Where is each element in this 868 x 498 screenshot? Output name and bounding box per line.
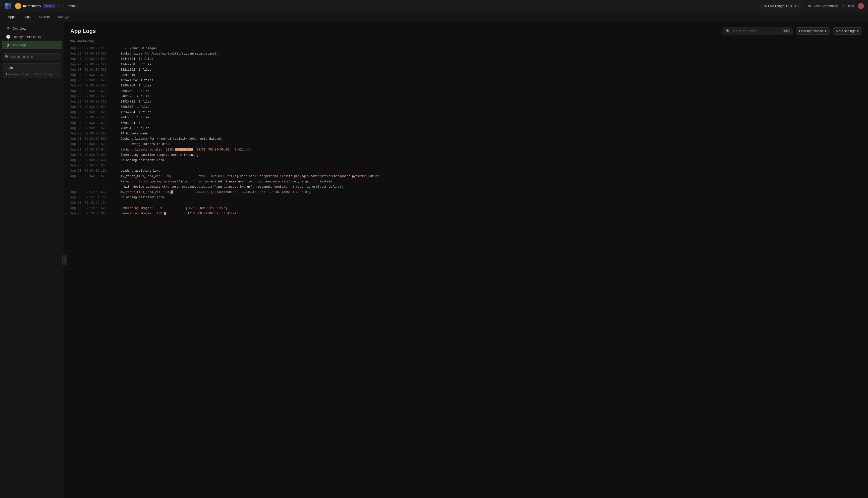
log-line: Aug 23 02:03:09.520768x640: 1 files xyxy=(64,126,868,131)
user-chevron-icon[interactable]: ▾ xyxy=(57,4,59,7)
more-settings-button[interactable]: More settings ▾ xyxy=(832,27,862,35)
log-text: Bucket sizes for /root/ai-toolkit/rayban… xyxy=(121,52,862,56)
branch-chevron-icon: ▾ xyxy=(76,4,78,7)
containers-text: Containers: 1 live xyxy=(8,73,30,76)
log-line: Aug 23 02:03:09.520832x1152: 1 files xyxy=(64,67,868,73)
log-text: 832x1216: 2 files xyxy=(121,73,862,78)
log-line: Aug 23 02:03:09.518 - Found 38 images xyxy=(64,46,868,51)
log-text: 1280x768: 1 files xyxy=(121,83,862,88)
svg-rect-3 xyxy=(8,6,11,9)
log-line: Aug 23 02:04:06.105Loading assistant lor… xyxy=(64,168,868,174)
sidebar-item-app-logs[interactable]: ⚡ App Logs xyxy=(2,41,62,49)
log-line: Aug 23 02:03:20.937Generating baseline s… xyxy=(64,153,868,158)
user-icon[interactable]: 👤 xyxy=(858,3,864,9)
docs-link[interactable]: ☰ Docs xyxy=(842,4,854,8)
log-text: 14 buckets made xyxy=(121,131,862,136)
function-card: main Containers: 1 live Calls: 1 running xyxy=(3,63,61,78)
log-timestamp: Aug 23 02:12:54.114 xyxy=(70,195,121,200)
username[interactable]: martintomov xyxy=(23,4,41,8)
log-timestamp: Aug 23 02:03:09.518 xyxy=(70,46,121,51)
log-text: 576x1024: 1 files xyxy=(121,121,862,126)
live-dot xyxy=(764,5,766,7)
avatar: 🐱 xyxy=(15,3,21,9)
svg-rect-2 xyxy=(5,6,8,9)
log-text: Warning: `torch.cpu.amp.autocast(args...… xyxy=(121,180,862,184)
log-content[interactable]: Aug 23 02:03:09.518 - Found 38 imagesAug… xyxy=(64,45,868,498)
log-line: Aug 23 02:03:21.437Unloading assistant l… xyxy=(64,158,868,163)
log-search-icon: 🔍 xyxy=(726,29,730,33)
log-text: 640x896: 4 files xyxy=(121,94,862,99)
log-timestamp: Aug 23 02:03:09.520 xyxy=(70,62,121,67)
log-line: Aug 23 02:03:09.520640x896: 4 files xyxy=(64,94,868,99)
log-text: Generating baseline samples before train… xyxy=(121,153,862,158)
log-timestamp: Aug 23 02:04:06.105 xyxy=(70,169,121,173)
nav-separator: / xyxy=(63,4,64,8)
function-divider xyxy=(6,71,58,71)
log-text: 704x768: 1 files xyxy=(121,115,862,120)
log-search-input[interactable] xyxy=(732,29,780,33)
log-text: - Saving latents to disk xyxy=(121,142,862,147)
log-timestamp: Aug 23 02:03:09.520 xyxy=(70,57,121,62)
secondary-nav: Apps Logs Secrets Storage xyxy=(0,12,868,22)
filter-label: Filter by function xyxy=(799,29,823,33)
log-line: Aug 23 02:03:17.945Caching latents to di… xyxy=(64,147,868,153)
log-text: 1152x832: 1 files xyxy=(121,100,862,104)
live-status-dot xyxy=(6,74,7,75)
log-timestamp: Aug 23 02:03:09.520 xyxy=(70,73,121,78)
log-timestamp: Aug 23 02:03:09.520 xyxy=(70,52,121,56)
main-content: App Logs 🔍 ⌘K Filter by function ▾ More … xyxy=(64,22,868,498)
log-line: Aug 23 02:04:08.876my_first_flux_lora_v1… xyxy=(64,174,868,179)
sidebar-search: 🔍 xyxy=(3,53,61,60)
live-usage[interactable]: Live Usage: $18.31 ▾ xyxy=(761,3,802,9)
log-search-bar[interactable]: 🔍 ⌘K xyxy=(723,27,793,35)
sidebar-nav: ◎ Overview 🕐 Deployment History ⚡ App Lo… xyxy=(0,22,64,51)
log-text: 832x1152: 1 files xyxy=(121,68,862,73)
sidebar-collapse-button[interactable]: ‹ xyxy=(62,255,67,265)
sidebar-item-overview[interactable]: ◎ Overview xyxy=(2,24,62,32)
log-text: my_first_flux_lora_v1: 0%| | 0/2000 [00:… xyxy=(121,174,862,179)
log-line: Aug 23 02:03:09.520832x1216: 2 files xyxy=(64,73,868,78)
branch-selector[interactable]: main ▾ xyxy=(68,4,77,8)
log-title-section: App Logs xyxy=(70,28,96,35)
log-text: - Found 38 images xyxy=(121,46,862,51)
top-nav: 🐱 martintomov Starter ▾ / main ▾ Live Us… xyxy=(0,0,868,12)
log-text: 896x512: 1 files xyxy=(121,105,862,109)
log-line: Aug 23 02:03:09.520Caching latents for /… xyxy=(64,136,868,142)
log-timestamp: Aug 23 02:03:09.520 xyxy=(70,137,121,142)
log-timestamp: Aug 23 02:03:09.520 xyxy=(70,78,121,83)
log-timestamp: Aug 23 02:03:09.520 xyxy=(70,121,121,126)
log-text: 1216x704: 1 files xyxy=(121,110,862,115)
log-timestamp: Aug 23 02:03:09.520 xyxy=(70,68,121,73)
main-layout: ◎ Overview 🕐 Deployment History ⚡ App Lo… xyxy=(0,22,868,498)
tab-storage[interactable]: Storage xyxy=(54,12,74,22)
function-name[interactable]: main xyxy=(6,66,58,69)
search-shortcut: ⌘K xyxy=(782,29,789,33)
tab-logs[interactable]: Logs xyxy=(19,12,35,22)
slack-community-link[interactable]: ⊞ Slack Community xyxy=(808,4,838,8)
sidebar-item-deployment-history[interactable]: 🕐 Deployment History xyxy=(2,32,62,41)
svg-rect-0 xyxy=(5,3,8,6)
app-logo[interactable] xyxy=(4,2,12,10)
log-text: Unloading assistant lora xyxy=(121,158,862,163)
log-line: Aug 23 02:03:09.5201216x704: 1 files xyxy=(64,110,868,115)
live-usage-text: Live Usage: $18.31 xyxy=(768,4,796,8)
log-text: my_first_flux_lora_v1: 12%|█ | 249/2000 … xyxy=(121,190,862,195)
calls-text: Calls: 1 running xyxy=(33,73,52,76)
content-wrapper: ◎ Overview 🕐 Deployment History ⚡ App Lo… xyxy=(0,22,868,498)
tab-secrets[interactable]: Secrets xyxy=(35,12,54,22)
log-timestamp: Aug 23 02:03:09.520 xyxy=(70,94,121,99)
log-line: Aug 23 02:12:55.164 xyxy=(64,200,868,206)
filter-by-function-button[interactable]: Filter by function ▾ xyxy=(796,27,830,35)
log-line: with device_autocast_ctx, torch.cpu.amp.… xyxy=(64,184,868,190)
settings-chevron-icon: ▾ xyxy=(857,29,859,33)
log-app-name: flux-lora-training xyxy=(64,38,868,45)
log-timestamp: Aug 23 02:03:09.520 xyxy=(70,142,121,147)
log-line: Aug 23 02:03:09.52014 buckets made xyxy=(64,131,868,136)
log-timestamp: Aug 23 02:04:08.876 xyxy=(70,174,121,179)
search-input[interactable] xyxy=(3,53,61,60)
log-timestamp: Aug 23 02:12:53.037 xyxy=(70,190,121,195)
user-section: 🐱 martintomov Starter ▾ xyxy=(15,3,59,9)
tab-apps[interactable]: Apps xyxy=(4,12,19,22)
log-line: Aug 23 02:03:09.5201152x832: 1 files xyxy=(64,99,868,105)
log-text: 768x640: 1 files xyxy=(121,126,862,131)
